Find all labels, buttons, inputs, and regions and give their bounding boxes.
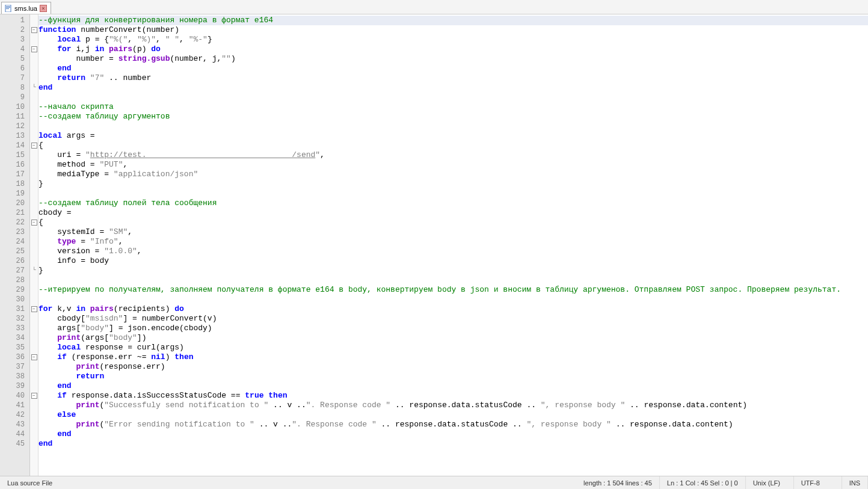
code-line[interactable]: function numberConvert(number) xyxy=(38,25,868,35)
fold-cell[interactable] xyxy=(30,247,38,256)
fold-cell[interactable] xyxy=(30,16,38,25)
fold-cell[interactable] xyxy=(30,102,38,112)
code-line[interactable] xyxy=(38,295,868,304)
fold-cell[interactable] xyxy=(30,343,38,352)
fold-cell[interactable] xyxy=(30,324,38,333)
fold-cell[interactable] xyxy=(30,179,38,189)
fold-cell[interactable] xyxy=(30,112,38,121)
fold-cell[interactable] xyxy=(30,237,38,247)
fold-cell[interactable]: − xyxy=(30,391,38,401)
code-line[interactable] xyxy=(38,189,868,198)
code-line[interactable]: number = string.gsub(number, j,"") xyxy=(38,54,868,64)
code-editor[interactable]: 1234567891011121314151617181920212223242… xyxy=(0,14,868,476)
fold-cell[interactable] xyxy=(30,401,38,410)
code-line[interactable]: print(args["body"]) xyxy=(38,333,868,343)
code-line[interactable]: local p = {"%(", "%)", " ", "%-"} xyxy=(38,35,868,45)
code-line[interactable]: uri = "http://test. /send", xyxy=(38,150,868,160)
code-line[interactable]: local response = curl(args) xyxy=(38,343,868,352)
fold-cell[interactable] xyxy=(30,198,38,208)
fold-cell[interactable]: − xyxy=(30,304,38,314)
code-line[interactable] xyxy=(38,93,868,102)
fold-toggle-icon[interactable]: − xyxy=(31,46,37,52)
fold-cell[interactable] xyxy=(30,93,38,102)
code-line[interactable]: if response.data.isSuccessStatusCode == … xyxy=(38,391,868,401)
code-line[interactable]: end xyxy=(38,439,868,449)
fold-cell[interactable]: └ xyxy=(30,266,38,275)
code-line[interactable]: --создаем таблицу аргументов xyxy=(38,112,868,121)
status-mode[interactable]: INS xyxy=(842,476,868,489)
code-line[interactable]: end xyxy=(38,83,868,93)
fold-cell[interactable] xyxy=(30,333,38,343)
fold-cell[interactable] xyxy=(30,160,38,170)
status-eol[interactable]: Unix (LF) xyxy=(746,476,794,489)
fold-cell[interactable] xyxy=(30,64,38,73)
code-line[interactable]: args["body"] = json.encode(cbody) xyxy=(38,324,868,333)
code-line[interactable]: { xyxy=(38,218,868,227)
code-line[interactable]: systemId = "SM", xyxy=(38,227,868,237)
fold-cell[interactable]: └ xyxy=(30,83,38,93)
fold-cell[interactable]: − xyxy=(30,25,38,35)
fold-cell[interactable] xyxy=(30,285,38,295)
code-line[interactable]: end xyxy=(38,381,868,391)
code-line[interactable]: for i,j in pairs(p) do xyxy=(38,45,868,54)
code-line[interactable]: mediaType = "application/json" xyxy=(38,170,868,179)
code-line[interactable]: --функция для конвертирования номера в ф… xyxy=(38,16,868,25)
fold-cell[interactable] xyxy=(30,295,38,304)
code-line[interactable]: { xyxy=(38,141,868,150)
code-line[interactable]: } xyxy=(38,266,868,275)
fold-cell[interactable] xyxy=(30,227,38,237)
fold-cell[interactable] xyxy=(30,170,38,179)
fold-cell[interactable] xyxy=(30,54,38,64)
fold-cell[interactable] xyxy=(30,73,38,83)
code-line[interactable]: return "7" .. number xyxy=(38,73,868,83)
fold-cell[interactable] xyxy=(30,362,38,372)
fold-cell[interactable]: − xyxy=(30,45,38,54)
fold-cell[interactable] xyxy=(30,256,38,266)
fold-cell[interactable] xyxy=(30,208,38,218)
code-line[interactable]: print("Successfuly send notification to … xyxy=(38,401,868,410)
fold-cell[interactable]: − xyxy=(30,352,38,362)
code-line[interactable]: print("Error sending notification to " .… xyxy=(38,420,868,429)
code-line[interactable]: cbody = xyxy=(38,208,868,218)
fold-cell[interactable] xyxy=(30,35,38,45)
code-line[interactable]: --создаем таблицу полей тела сообщения xyxy=(38,198,868,208)
status-encoding[interactable]: UTF-8 xyxy=(794,476,842,489)
fold-cell[interactable] xyxy=(30,420,38,429)
code-line[interactable]: for k,v in pairs(recipients) do xyxy=(38,304,868,314)
fold-cell[interactable] xyxy=(30,275,38,285)
fold-toggle-icon[interactable]: − xyxy=(31,220,37,226)
code-line[interactable] xyxy=(38,275,868,285)
fold-column[interactable]: −−└−−└−−− xyxy=(30,14,38,476)
code-area[interactable]: --функция для конвертирования номера в ф… xyxy=(38,14,868,476)
fold-toggle-icon[interactable]: − xyxy=(31,306,37,312)
code-line[interactable]: type = "Info", xyxy=(38,237,868,247)
fold-cell[interactable] xyxy=(30,381,38,391)
fold-cell[interactable] xyxy=(30,189,38,198)
code-line[interactable]: method = "PUT", xyxy=(38,160,868,170)
code-line[interactable]: --итерируем по получателям, заполняем по… xyxy=(38,285,868,295)
code-line[interactable]: end xyxy=(38,64,868,73)
code-line[interactable]: version = "1.0.0", xyxy=(38,247,868,256)
fold-toggle-icon[interactable]: − xyxy=(31,393,37,399)
fold-cell[interactable] xyxy=(30,131,38,141)
code-line[interactable]: end xyxy=(38,429,868,439)
code-line[interactable]: --начало скрипта xyxy=(38,102,868,112)
fold-toggle-icon[interactable]: − xyxy=(31,143,37,149)
fold-cell[interactable] xyxy=(30,150,38,160)
code-line[interactable]: cbody["msisdn"] = numberConvert(v) xyxy=(38,314,868,324)
code-line[interactable]: else xyxy=(38,410,868,420)
fold-cell[interactable] xyxy=(30,439,38,449)
fold-cell[interactable] xyxy=(30,372,38,381)
file-tab[interactable]: sms.lua × xyxy=(1,2,51,14)
fold-cell[interactable]: − xyxy=(30,141,38,150)
code-line[interactable]: if (response.err ~= nil) then xyxy=(38,352,868,362)
close-icon[interactable]: × xyxy=(40,5,47,12)
code-line[interactable]: return xyxy=(38,372,868,381)
fold-cell[interactable] xyxy=(30,121,38,131)
fold-cell[interactable] xyxy=(30,410,38,420)
code-line[interactable]: print(response.err) xyxy=(38,362,868,372)
code-line[interactable] xyxy=(38,121,868,131)
code-line[interactable]: } xyxy=(38,179,868,189)
fold-cell[interactable] xyxy=(30,314,38,324)
fold-toggle-icon[interactable]: − xyxy=(31,354,37,360)
